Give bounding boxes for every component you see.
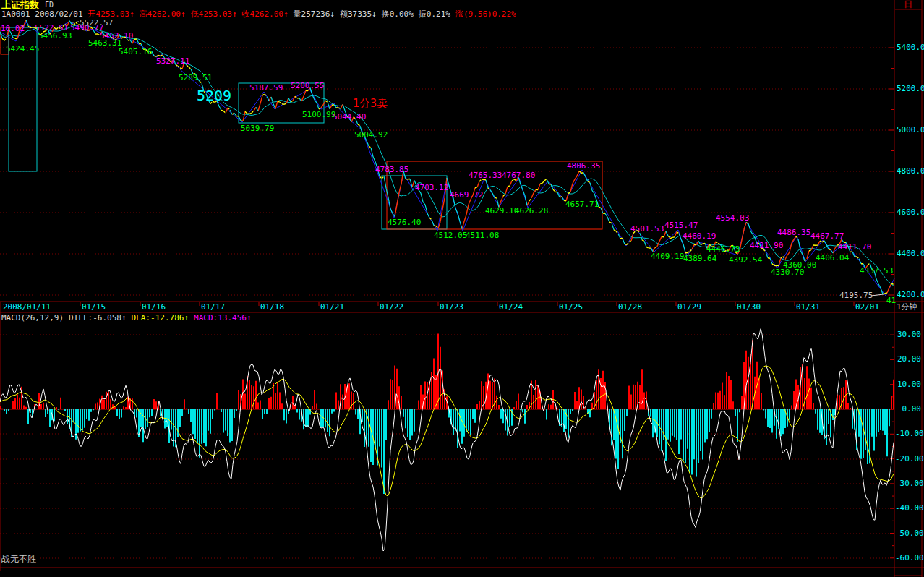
price-axis-label: 5400.0 xyxy=(897,43,924,51)
date-label: 01/21 xyxy=(320,303,344,311)
price-label: 5405.16 xyxy=(119,48,152,56)
price-label-low-extreme: 4195.75 xyxy=(839,291,873,299)
price-label: 4467.77 xyxy=(810,232,844,240)
price-axis-label: 4400.0 xyxy=(897,249,924,257)
quote-info-bar: 1A0001 2008/02/01开4253.03↑高4262.00↑低4253… xyxy=(1,10,521,18)
price-label: 4460.19 xyxy=(683,232,716,240)
date-label: 01/30 xyxy=(737,303,761,311)
macd-params: MACD(26,12,9) xyxy=(1,313,64,322)
price-label: 5100.99 xyxy=(302,111,335,119)
macd-axis-label: -50.00 xyxy=(895,529,921,537)
price-label: 4806.35 xyxy=(567,162,600,170)
low-value: 低4253.03↑ xyxy=(191,9,237,19)
price-label: 4501.53 xyxy=(630,225,664,233)
date-label: 2008/01/11 xyxy=(3,303,51,311)
price-label: 4446.73 xyxy=(706,245,740,253)
macd-axis-label: 0.00 xyxy=(895,405,921,413)
macd-histogram-positive xyxy=(0,333,894,409)
price-label: 4360.00 xyxy=(783,261,816,269)
macd-axis-label: -20.00 xyxy=(895,455,921,463)
price-label: 4576.40 xyxy=(388,218,421,226)
annotation-sell-signal: 1分3卖 xyxy=(353,98,388,109)
dea-value: DEA:-12.786↑ xyxy=(132,313,189,322)
macd-axis-label: -40.00 xyxy=(895,504,921,512)
macd-axis-label: -60.00 xyxy=(895,554,921,562)
index-title: 上证指数 xyxy=(1,0,39,9)
date-label: 02/01 xyxy=(855,303,879,311)
price-label: 4406.04 xyxy=(816,254,849,262)
price-label: 4337.53 xyxy=(860,267,893,275)
macd-axis-label: 30.00 xyxy=(895,330,921,338)
price-label: 5200.55 xyxy=(291,82,324,90)
close-value: 收4262.00↑ xyxy=(242,9,288,19)
price-down-strokes xyxy=(0,20,883,294)
macd-indicator-bar: MACD(26,12,9)DIFF:-6.058↑DEA:-12.786↑MAC… xyxy=(1,314,257,322)
app-window: 上证指数 FD 1A0001 2008/02/01开4253.03↑高4262.… xyxy=(0,0,924,577)
macd-axis-label: -30.00 xyxy=(895,479,921,487)
chart-canvas[interactable] xyxy=(0,0,924,577)
macd-value: MACD:13.456↑ xyxy=(194,313,251,322)
price-label: 41 xyxy=(886,296,896,304)
price-label: 4486.35 xyxy=(777,228,810,236)
date-label: 01/22 xyxy=(380,303,403,311)
diff-value: DIFF:-6.058↑ xyxy=(69,313,126,322)
price-label: 4767.80 xyxy=(502,171,535,179)
price-label: 4389.64 xyxy=(683,255,716,262)
amount-value: 额37335↓ xyxy=(340,9,377,19)
price-label: 4409.19 xyxy=(651,252,684,260)
date-label: 01/23 xyxy=(440,303,463,311)
price-label: 4392.54 xyxy=(729,256,762,264)
price-label: 4512.05 xyxy=(434,231,467,239)
high-value: 高4262.00↑ xyxy=(140,9,186,19)
index-flag: FD xyxy=(45,1,54,9)
price-label: 5452.10 xyxy=(100,32,133,40)
price-label: 4657.71 xyxy=(565,200,599,208)
price-label: 5490.77 xyxy=(70,24,103,32)
price-label: 5004.92 xyxy=(354,131,388,139)
macd-axis-label: -10.00 xyxy=(895,429,921,437)
annotation-5209: 5209 xyxy=(197,88,231,103)
price-label: 5289.51 xyxy=(179,74,212,82)
price-axis-label: 4600.0 xyxy=(897,208,924,216)
date-label: 01/28 xyxy=(618,303,642,311)
turnover-value: 换0.00% xyxy=(382,9,414,19)
price-label: 4511.08 xyxy=(466,231,499,239)
price-label: 5044.40 xyxy=(333,113,366,121)
price-label: 4626.28 xyxy=(515,207,548,215)
date-label: 01/24 xyxy=(499,303,523,311)
price-label: 4783.85 xyxy=(375,166,408,174)
price-axis-label: 5200.0 xyxy=(897,85,924,93)
status-bar-text: 战无不胜 xyxy=(1,555,36,563)
date-label: 01/16 xyxy=(142,303,166,311)
label-pointer xyxy=(72,22,79,22)
price-label: 4629.10 xyxy=(485,207,518,215)
price-line xyxy=(2,22,894,294)
date-label: 01/17 xyxy=(201,303,225,311)
date-label: 01/15 xyxy=(82,303,106,311)
macd-histogram-negative xyxy=(4,409,889,494)
price-label: 4515.47 xyxy=(664,221,698,229)
date-label: 01/31 xyxy=(796,303,820,311)
change-value: 涨(9.56)0.22% xyxy=(455,9,516,19)
diff-line xyxy=(0,329,894,551)
symbol-date: 1A0001 2008/02/01 xyxy=(1,9,83,19)
price-axis-label: 5000.0 xyxy=(897,126,924,134)
price-label: 5039.79 xyxy=(241,124,274,132)
period-day-button[interactable]: 日 xyxy=(904,0,912,9)
price-label: 4411.70 xyxy=(838,243,871,251)
amplitude-value: 振0.21% xyxy=(419,9,450,19)
macd-axis-label: 10.00 xyxy=(895,380,921,388)
price-label: 5456.93 xyxy=(38,32,72,40)
price-label: 4421.90 xyxy=(750,242,783,249)
price-label: 5424.45 xyxy=(6,45,39,53)
price-label: 4669.72 xyxy=(450,191,483,199)
price-label: 4554.03 xyxy=(716,214,749,222)
price-label: 4703.12 xyxy=(415,184,448,192)
price-up-strokes xyxy=(7,20,891,293)
macd-axis-label: 20.00 xyxy=(895,355,921,363)
price-label: 10.02 xyxy=(1,25,25,33)
period-minute-button[interactable]: 1分钟 xyxy=(897,303,917,311)
price-label: 5327.11 xyxy=(156,57,189,65)
date-label: 01/18 xyxy=(260,303,284,311)
price-label: 4765.33 xyxy=(469,171,502,179)
